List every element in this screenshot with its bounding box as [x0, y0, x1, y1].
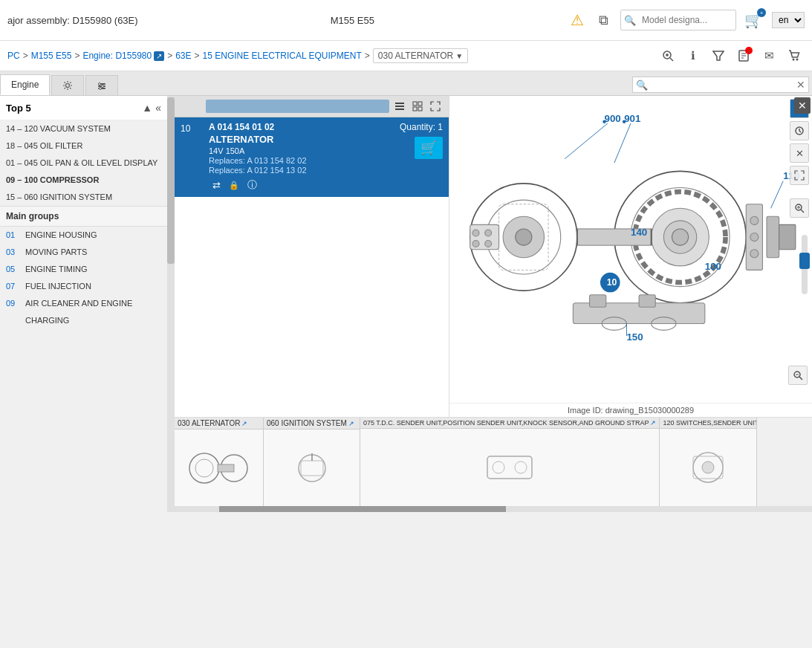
svg-rect-21: [413, 102, 417, 106]
search-input[interactable]: [636, 12, 733, 28]
alternator-diagram: 900 901 10 110 140 100: [449, 96, 812, 403]
group-item-charging[interactable]: CHARGING: [0, 312, 167, 329]
part-name: ALTERNATOR: [209, 134, 377, 145]
thumb-external-icon-1[interactable]: ↗: [241, 420, 247, 427]
top5-item-5[interactable]: 15 – 060 IGNITION SYSTEM: [0, 189, 167, 206]
expand-panel-icon[interactable]: [790, 166, 809, 185]
zoom-out-btn[interactable]: [788, 366, 808, 385]
replaces-link-2[interactable]: A 012 154 13 02: [247, 166, 306, 175]
group-item-03[interactable]: 03 MOVING PARTS: [0, 244, 167, 261]
thumb-label-4: 120 SWITCHES,SENDER UNITS,SENSORS: [660, 418, 756, 429]
collapse-icon[interactable]: ▲: [142, 102, 152, 114]
zoom-out-icon[interactable]: [788, 366, 808, 385]
top5-item-2[interactable]: 18 – 045 OIL FILTER: [0, 137, 167, 155]
copy-icon[interactable]: ⧉: [594, 10, 614, 30]
image-toolbar: ✕: [790, 99, 809, 218]
info-icon[interactable]: ℹ: [683, 45, 704, 66]
tab-tools[interactable]: [85, 75, 118, 95]
double-arrow-icon[interactable]: «: [155, 102, 161, 114]
replaces-link-1[interactable]: A 013 154 82 02: [247, 156, 306, 165]
top5-item-4[interactable]: 09 – 100 COMPRESSOR: [0, 172, 167, 189]
thumb-img-4: [660, 429, 756, 506]
top5-item-3[interactable]: 01 – 045 OIL PAN & OIL LEVEL DISPLAY: [0, 155, 167, 172]
svg-point-32: [485, 230, 492, 236]
svg-point-91: [702, 461, 714, 473]
thumb-item-3[interactable]: 075 T.D.C. SENDER UNIT,POSITION SENDER U…: [360, 418, 660, 506]
tabbar: Engine 🔍 ✕: [0, 71, 812, 96]
report-icon[interactable]: 1: [733, 45, 754, 66]
part-actions: ⇄ 🔒 ⓘ: [209, 178, 377, 192]
svg-rect-49: [779, 224, 796, 249]
parts-and-image: 10 A 014 154 01 02 ALTERNATOR 14V 150A R…: [175, 96, 812, 417]
breadcrumb-pc[interactable]: PC: [7, 51, 20, 61]
thumb-external-icon-3[interactable]: ↗: [650, 419, 656, 427]
breadcrumb-m155[interactable]: M155 E55: [31, 51, 72, 61]
breadcrumb-engine[interactable]: Engine: D155980 ↗: [82, 51, 164, 61]
zoom-fit-icon[interactable]: [657, 45, 678, 66]
filter-icon[interactable]: [708, 45, 729, 66]
svg-rect-18: [395, 103, 404, 104]
svg-line-77: [799, 377, 802, 380]
chevron-down-icon: ▼: [455, 52, 463, 60]
svg-point-45: [750, 216, 759, 224]
top5-item-1[interactable]: 14 – 120 VACUUM SYSTEM: [0, 120, 167, 137]
mail-icon[interactable]: ✉: [759, 45, 779, 66]
sidebar-scrollbar[interactable]: [167, 96, 175, 512]
horizontal-scrollbar[interactable]: [175, 506, 812, 512]
image-close-button[interactable]: ✕: [794, 97, 811, 114]
slider-thumb[interactable]: [799, 253, 810, 269]
thumb-img-2: [264, 430, 360, 506]
cart-icon[interactable]: 🛒 +: [742, 8, 766, 32]
sidebar-scroll-thumb: [167, 97, 175, 264]
main-groups-header: Main groups: [0, 206, 167, 227]
thumb-label-1: 030 ALTERNATOR ↗: [175, 418, 263, 430]
group-item-09[interactable]: 09 AIR CLEANER AND ENGINE: [0, 295, 167, 312]
parts-panel: 10 A 014 154 01 02 ALTERNATOR 14V 150A R…: [175, 96, 449, 417]
history-icon[interactable]: [790, 121, 809, 140]
tab-settings[interactable]: [51, 75, 84, 95]
tab-search-icon: 🔍: [636, 80, 648, 91]
group-item-01[interactable]: 01 ENGINE HOUSING: [0, 227, 167, 244]
thumb-item-2[interactable]: 060 IGNITION SYSTEM ↗: [264, 418, 360, 506]
part-right: Quantity: 1 🛒: [383, 122, 443, 159]
header-actions: ⚠ ⧉ 🔍 🛒 + en: [567, 8, 805, 32]
part-article: A 014 154 01 02: [209, 122, 377, 132]
group-item-07[interactable]: 07 FUEL INJECTION: [0, 278, 167, 295]
info-circle-icon[interactable]: ⓘ: [244, 178, 259, 192]
grid-view-icon[interactable]: [410, 99, 425, 114]
slider-track: [802, 235, 808, 294]
svg-point-31: [472, 230, 479, 236]
diagram-area: ✕: [449, 96, 812, 403]
tab-search-input[interactable]: [648, 80, 796, 90]
list-view-icon[interactable]: [392, 99, 407, 114]
svg-marker-4: [713, 51, 724, 60]
swap-icon[interactable]: ⇄: [209, 178, 224, 192]
lock-icon[interactable]: 🔒: [227, 178, 241, 192]
svg-point-16: [102, 85, 104, 87]
image-slider[interactable]: [802, 235, 808, 294]
expand-icon[interactable]: [428, 99, 443, 114]
warning-icon[interactable]: ⚠: [567, 10, 588, 30]
svg-rect-51: [590, 295, 606, 308]
close-panel-icon[interactable]: ✕: [790, 143, 809, 163]
thumb-img-3: [360, 429, 659, 506]
breadcrumb-15[interactable]: 15 ENGINE ELECTRICAL EQUIPMENT: [203, 51, 362, 61]
cart-breadcrumb-icon[interactable]: [784, 45, 805, 66]
thumb-item-4[interactable]: 120 SWITCHES,SENDER UNITS,SENSORS: [660, 418, 757, 506]
right-content: 10 A 014 154 01 02 ALTERNATOR 14V 150A R…: [175, 96, 812, 512]
zoom-in-icon[interactable]: [790, 198, 809, 218]
breadcrumb-dropdown[interactable]: 030 ALTERNATOR ▼: [373, 48, 468, 63]
svg-point-28: [516, 229, 532, 245]
tab-engine[interactable]: Engine: [0, 74, 50, 95]
svg-rect-82: [218, 464, 234, 472]
breadcrumb-63e[interactable]: 63E: [175, 51, 191, 61]
add-to-cart-button[interactable]: 🛒: [415, 137, 443, 159]
svg-point-79: [189, 453, 219, 483]
svg-text:10: 10: [607, 277, 617, 288]
tab-search-clear[interactable]: ✕: [796, 79, 805, 91]
thumb-external-icon-2[interactable]: ↗: [348, 420, 354, 427]
top5-title: Top 5: [6, 103, 31, 114]
lang-select[interactable]: en: [772, 12, 805, 28]
thumb-item-1[interactable]: 030 ALTERNATOR ↗: [175, 418, 264, 506]
group-item-05[interactable]: 05 ENGINE TIMING: [0, 261, 167, 278]
